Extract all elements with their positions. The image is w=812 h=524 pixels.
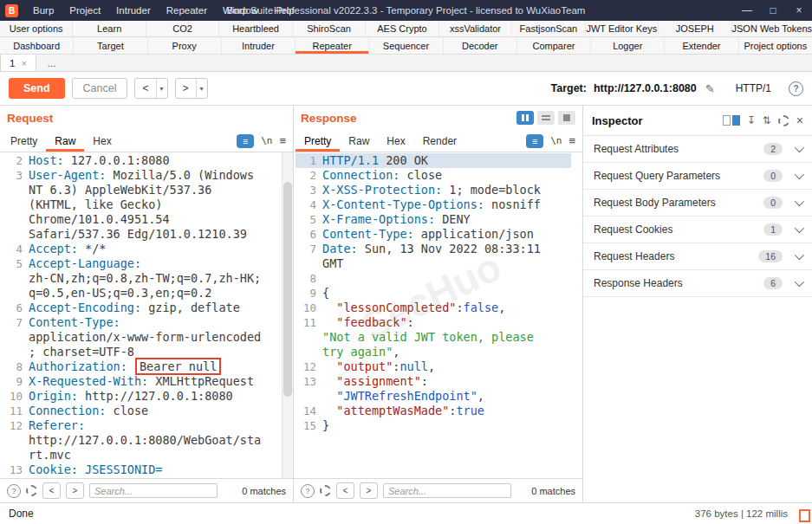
- menu-intruder[interactable]: Intruder: [108, 0, 159, 21]
- code-line: 7Date: Sun, 13 Nov 2022 08:33:11GMT: [296, 242, 571, 271]
- editor-menu-icon[interactable]: ≡: [568, 134, 575, 147]
- editor-menu-icon[interactable]: ≡: [279, 134, 286, 147]
- tool-tab-dashboard[interactable]: Dashboard: [0, 37, 74, 54]
- search-help-icon[interactable]: ?: [301, 484, 315, 498]
- tool-tab-repeater[interactable]: Repeater: [296, 37, 369, 54]
- chevron-down-icon[interactable]: ▾: [196, 79, 207, 98]
- search-settings-gear-icon[interactable]: [320, 485, 331, 496]
- menu-repeater[interactable]: Repeater: [159, 0, 215, 21]
- tool-tab-decoder[interactable]: Decoder: [444, 37, 517, 54]
- tool-tab-intruder[interactable]: Intruder: [222, 37, 296, 54]
- search-help-icon[interactable]: ?: [7, 484, 21, 498]
- tool-tab-logger[interactable]: Logger: [591, 37, 665, 54]
- inspector-section-request-headers[interactable]: Request Headers16: [583, 243, 812, 270]
- word-wrap-icon[interactable]: ≡: [237, 134, 254, 148]
- request-scrollbar[interactable]: [282, 152, 293, 478]
- next-match-button[interactable]: >: [360, 482, 378, 499]
- send-button[interactable]: Send: [9, 78, 65, 99]
- search-settings-gear-icon[interactable]: [26, 485, 37, 496]
- ext-tab-aes-crypto[interactable]: AES Crypto: [366, 21, 438, 36]
- show-newlines-icon[interactable]: \n: [550, 135, 562, 146]
- expand-all-icon[interactable]: ⇅: [763, 114, 771, 126]
- inspector-section-request-attributes[interactable]: Request Attributes2: [583, 136, 812, 163]
- inspector-section-request-body-parameters[interactable]: Request Body Parameters0: [583, 190, 812, 217]
- ext-tab-user-options[interactable]: User options: [0, 21, 73, 36]
- maximize-button[interactable]: □: [760, 0, 786, 21]
- inspector-section-request-query-parameters[interactable]: Request Query Parameters0: [583, 163, 812, 190]
- tool-tab-target[interactable]: Target: [74, 37, 147, 54]
- menu-project[interactable]: Project: [62, 0, 108, 21]
- section-label: Request Headers: [594, 250, 674, 262]
- code-segment: null: [400, 359, 428, 373]
- ext-tab-json-web-tokens[interactable]: JSON Web Tokens: [732, 21, 812, 36]
- http-version-selector[interactable]: HTTP/1: [736, 82, 771, 94]
- inspector-layout-toggle-icon[interactable]: [723, 115, 740, 126]
- code-segment: "lessonCompleted": [336, 301, 456, 314]
- ext-tab-shiroscan[interactable]: ShiroScan: [293, 21, 366, 36]
- menu-help[interactable]: Help: [266, 0, 302, 21]
- view-tab-hex[interactable]: Hex: [378, 130, 413, 152]
- prev-match-button[interactable]: <: [336, 482, 354, 499]
- code-segment: false: [464, 301, 499, 314]
- chevron-down-icon[interactable]: ▾: [156, 79, 167, 98]
- next-request-button[interactable]: > ▾: [175, 78, 208, 99]
- ext-tab-fastjsonscan[interactable]: FastjsonScan: [512, 21, 585, 36]
- line-number: 13: [2, 463, 29, 478]
- help-icon[interactable]: ?: [789, 81, 803, 96]
- word-wrap-icon[interactable]: ≡: [526, 134, 543, 148]
- view-tab-raw[interactable]: Raw: [46, 130, 84, 152]
- response-match-count: 0 matches: [531, 486, 575, 496]
- next-match-button[interactable]: >: [66, 482, 84, 499]
- view-tab-hex[interactable]: Hex: [84, 130, 120, 152]
- inspector-section-request-cookies[interactable]: Request Cookies1: [583, 217, 812, 243]
- response-editor[interactable]: 1HTTP/1.1 200 OK2Connection: close3X-XSS…: [294, 152, 582, 478]
- view-tab-render[interactable]: Render: [414, 130, 465, 152]
- ext-tab-xssvalidator[interactable]: xssValidator: [439, 21, 512, 36]
- show-newlines-icon[interactable]: \n: [261, 135, 272, 146]
- view-tab-raw[interactable]: Raw: [340, 130, 378, 152]
- inspector-settings-gear-icon[interactable]: [778, 115, 789, 126]
- close-tab-icon[interactable]: ×: [21, 58, 26, 68]
- ext-tab-learn[interactable]: Learn: [73, 21, 146, 36]
- response-search-input[interactable]: [383, 483, 511, 498]
- ext-tab-joseph[interactable]: JOSEPH: [659, 21, 731, 36]
- view-tab-pretty[interactable]: Pretty: [296, 130, 340, 152]
- tool-tab-project-options[interactable]: Project options: [739, 37, 812, 54]
- repeater-tab-1[interactable]: 1 ×: [0, 55, 36, 71]
- request-search-input[interactable]: [89, 483, 218, 498]
- scrollbar-thumb[interactable]: [283, 182, 292, 397]
- tool-tab-comparer[interactable]: Comparer: [517, 37, 591, 54]
- request-search-bar: ? < > 0 matches: [0, 478, 293, 502]
- tool-tab-proxy[interactable]: Proxy: [148, 37, 222, 54]
- repeater-tab-more[interactable]: ...: [36, 55, 68, 71]
- section-label: Request Body Parameters: [594, 197, 716, 209]
- edit-target-icon[interactable]: ✎: [705, 82, 715, 95]
- ext-tab-co2[interactable]: CO2: [146, 21, 219, 36]
- inspector-close-icon[interactable]: ×: [796, 113, 803, 127]
- inspector-section-response-headers[interactable]: Response Headers6: [583, 270, 812, 297]
- code-segment: Referer:: [29, 418, 85, 432]
- code-line: 5X-Frame-Options: DENY: [296, 212, 571, 227]
- count-badge: 0: [763, 170, 783, 182]
- view-tab-pretty[interactable]: Pretty: [2, 130, 46, 152]
- request-editor[interactable]: 2Host: 127.0.0.1:80803User-Agent: Mozill…: [0, 152, 293, 478]
- code-segment: 1; mode=block: [442, 183, 541, 197]
- prev-match-button[interactable]: <: [42, 482, 61, 499]
- close-button[interactable]: ×: [786, 0, 812, 21]
- prev-request-button[interactable]: < ▾: [134, 78, 167, 99]
- ext-tab-jwt-editor-keys[interactable]: JWT Editor Keys: [586, 21, 659, 36]
- layout-rows-button[interactable]: [537, 111, 555, 125]
- ext-tab-heartbleed[interactable]: Heartbleed: [219, 21, 292, 36]
- collapse-all-icon[interactable]: ↧: [747, 114, 756, 126]
- minimize-button[interactable]: —: [734, 0, 760, 21]
- tool-tab-sequencer[interactable]: Sequencer: [369, 37, 443, 54]
- menu-window[interactable]: Window: [215, 0, 266, 21]
- layout-single-button[interactable]: [558, 111, 575, 125]
- tool-tab-extender[interactable]: Extender: [665, 37, 738, 54]
- code-segment: "Not a valid JWT token, please: [322, 330, 541, 344]
- menubar: BurpProjectIntruderRepeaterWindowHelp: [25, 0, 302, 21]
- line-number: 10: [2, 389, 29, 404]
- menu-burp[interactable]: Burp: [25, 0, 62, 21]
- cancel-button[interactable]: Cancel: [72, 78, 128, 99]
- layout-columns-button[interactable]: [516, 111, 534, 125]
